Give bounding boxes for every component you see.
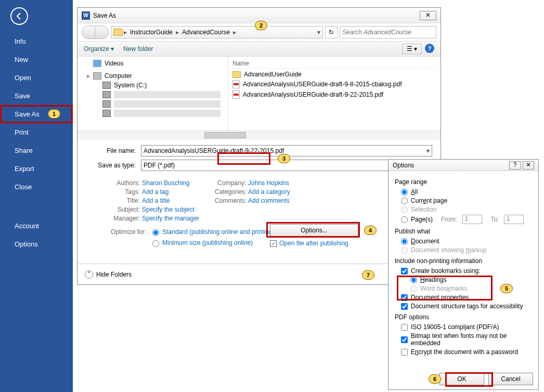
video-icon (93, 60, 101, 67)
word-icon: W (82, 11, 90, 20)
bs-print[interactable]: Print (0, 123, 73, 141)
from-spinner[interactable]: 1 (462, 215, 482, 224)
annotation-1: 1 (48, 109, 60, 119)
open-after-checkbox[interactable]: ✓Open file after publishing (270, 240, 358, 247)
chevron-down-icon[interactable]: ▾ (317, 29, 320, 36)
bs-options[interactable]: Options (0, 235, 73, 253)
radio-document[interactable]: Document (395, 238, 532, 245)
check-doc-tags[interactable]: Document structure tags for accessibilit… (395, 303, 532, 310)
help-button[interactable]: ? (425, 44, 434, 53)
tree-videos[interactable]: Videos (77, 59, 228, 68)
annotation-7: 7 (362, 270, 374, 280)
bs-save[interactable]: Save (0, 87, 73, 105)
meta-manager[interactable]: Specify the manager (142, 215, 199, 222)
annotation-box-5 (397, 276, 493, 300)
hide-folders-button[interactable]: ˄Hide Folders (85, 270, 132, 279)
arrow-left-icon (15, 12, 23, 20)
bs-new[interactable]: New (0, 50, 73, 69)
crumb-0[interactable]: InstructorGuide (128, 29, 175, 36)
close-button[interactable]: ✕ (523, 161, 534, 169)
bs-account[interactable]: Account (0, 217, 73, 235)
folder-icon (113, 29, 123, 36)
search-input[interactable] (340, 26, 436, 38)
computer-icon (93, 72, 101, 80)
new-folder-button[interactable]: New folder (123, 45, 153, 53)
bs-save-as[interactable]: Save As (0, 105, 73, 123)
tree-system-c[interactable]: System (C:) (77, 81, 228, 90)
bs-info[interactable]: Info (0, 32, 73, 50)
drive-icon (102, 82, 111, 89)
optimize-standard[interactable]: Standard (publishing online and printing… (152, 228, 274, 236)
help-button[interactable]: ? (509, 161, 521, 169)
savetype-label: Save as type: (86, 162, 141, 169)
pdf-icon (232, 80, 240, 88)
save-as-dialog: W Save As ✕ ▸ InstructorGuide ▸ Advanced… (77, 7, 441, 285)
annotation-box-3 (217, 152, 270, 165)
nav-forward[interactable] (95, 25, 109, 39)
meta-categories[interactable]: Add a category (248, 188, 290, 195)
folder-icon (232, 71, 241, 78)
word-backstage-sidebar: Info New Open Save Save As Print Share E… (0, 0, 73, 392)
annotation-3: 3 (278, 154, 290, 163)
meta-title[interactable]: Add a title (142, 197, 170, 204)
bs-open[interactable]: Open (0, 69, 73, 87)
bs-close[interactable]: Close (0, 178, 73, 196)
meta-comments[interactable]: Add comments (248, 197, 290, 204)
file-list[interactable]: Name AdvancedUserGuide AdvancedAnalysisU… (228, 57, 441, 130)
annotation-4: 4 (364, 226, 377, 235)
pdf-options-dialog: Options ? ✕ Page range All Current page … (388, 159, 539, 390)
folder-tree[interactable]: Videos ▸Computer System (C:) (77, 57, 228, 130)
radio-all[interactable]: All (395, 188, 532, 195)
annotation-6: 6 (429, 374, 441, 384)
annotation-box-4 (266, 222, 360, 238)
close-button[interactable]: ✕ (420, 11, 436, 20)
file-folder[interactable]: AdvancedUserGuide (232, 70, 436, 79)
tree-computer[interactable]: ▸Computer (77, 71, 228, 81)
meta-subject[interactable]: Specify the subject (142, 206, 195, 213)
toolbar: Organize ▾ New folder ☰ ▾ ? (77, 41, 441, 57)
optimize-minimum[interactable]: Minimum size (publishing online) (152, 239, 274, 247)
organize-menu[interactable]: Organize ▾ (84, 45, 114, 53)
meta-tags[interactable]: Add a tag (142, 188, 169, 195)
optimize-label: Optimize for: (109, 228, 146, 247)
tree-redacted-1[interactable] (77, 90, 228, 99)
bs-share[interactable]: Share (0, 141, 73, 160)
to-spinner[interactable]: 1 (504, 215, 524, 224)
refresh-button[interactable]: ↻ (325, 26, 338, 38)
cancel-button[interactable]: Cancel (488, 373, 533, 385)
pdf-icon (232, 90, 240, 99)
annotation-2: 2 (255, 21, 267, 30)
chevron-up-icon: ˄ (85, 270, 93, 279)
bs-export[interactable]: Export (0, 160, 73, 178)
meta-authors[interactable]: Sharon Busching (142, 179, 189, 187)
group-include: Include non-printing information (395, 257, 532, 265)
group-pdf-opts: PDF options (395, 313, 532, 321)
radio-current[interactable]: Current page (395, 197, 532, 204)
annotation-box-6 (445, 372, 493, 387)
options-title: Options (393, 162, 507, 169)
back-button[interactable] (10, 7, 28, 25)
radio-doc-markup: Document showing markup (395, 246, 532, 254)
file-pdf-1[interactable]: AdvancedAnalysisUSERGuide-draft-9-8-2015… (232, 79, 436, 89)
check-iso[interactable]: ISO 19005-1 compliant (PDF/A) (395, 323, 532, 331)
tree-redacted-3[interactable] (77, 109, 228, 118)
group-page-range: Page range (395, 178, 532, 186)
radio-selection: Selection (395, 206, 532, 213)
column-name[interactable]: Name (232, 59, 436, 69)
meta-company[interactable]: Johns Hopkins (248, 179, 289, 187)
check-encrypt[interactable]: Encrypt the document with a password (395, 348, 532, 356)
h-scrollbar[interactable] (77, 130, 441, 140)
group-publish-what: Publish what (395, 228, 532, 235)
crumb-1[interactable]: AdvancedCourse (180, 29, 232, 36)
nav-back[interactable] (82, 25, 95, 39)
file-pdf-2[interactable]: AdvancedAnalysisUSERGuide-draft-9-22-201… (232, 89, 436, 100)
annotation-5: 5 (500, 284, 513, 293)
radio-pages[interactable]: Page(s)From:1To:1 (395, 215, 532, 224)
view-mode-button[interactable]: ☰ ▾ (402, 44, 422, 54)
breadcrumb[interactable]: ▸ InstructorGuide ▸ AdvancedCourse ▸ ▾ (111, 26, 323, 38)
options-titlebar: Options ? ✕ (388, 160, 538, 171)
dialog-title: Save As (93, 12, 418, 19)
tree-redacted-2[interactable] (77, 99, 228, 109)
check-create-bookmarks[interactable]: Create bookmarks using: (395, 267, 532, 275)
check-bitmap[interactable]: Bitmap text when fonts may not be embedd… (395, 332, 532, 347)
